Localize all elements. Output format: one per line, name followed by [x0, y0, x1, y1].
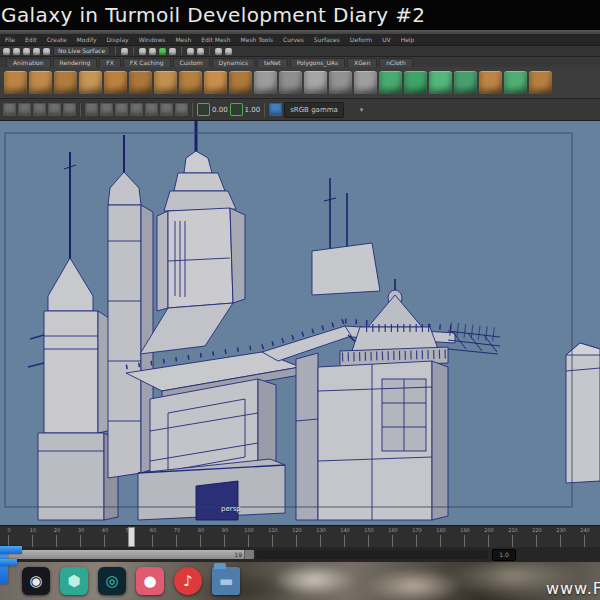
- music-app-icon[interactable]: ♪: [174, 567, 202, 595]
- insert-edge-loop-icon[interactable]: [304, 71, 327, 94]
- render-icon[interactable]: [139, 48, 146, 55]
- menu-help[interactable]: Help: [396, 36, 420, 43]
- range-slider-bar[interactable]: 19: [2, 550, 254, 559]
- render-settings-icon[interactable]: [159, 48, 166, 55]
- snap-plane-icon[interactable]: [43, 48, 50, 55]
- viewport-3d[interactable]: persp: [0, 121, 600, 525]
- menu-mesh[interactable]: Mesh: [170, 36, 196, 43]
- grease-pencil-icon[interactable]: [100, 103, 113, 116]
- make-live-icon[interactable]: [404, 71, 427, 94]
- safe-action-icon[interactable]: [175, 103, 188, 116]
- shelf-tab-xgen[interactable]: XGen: [347, 58, 377, 67]
- bevel-icon[interactable]: [329, 71, 352, 94]
- symmetry-toggle-icon[interactable]: [454, 71, 477, 94]
- shelf-tab-fx-caching[interactable]: FX Caching: [123, 58, 171, 67]
- timeline-tick: 160: [392, 526, 393, 547]
- shelf-tab-custom[interactable]: Custom: [173, 58, 210, 67]
- extrude-icon[interactable]: [354, 71, 377, 94]
- snap-grid-icon[interactable]: [13, 48, 20, 55]
- soft-select-icon[interactable]: [429, 71, 452, 94]
- range-slider-track[interactable]: [256, 550, 488, 559]
- menu-uv[interactable]: UV: [377, 36, 396, 43]
- resolution-gate-icon[interactable]: [145, 103, 158, 116]
- menu-windows[interactable]: Windows: [134, 36, 171, 43]
- texture-view-icon[interactable]: [169, 48, 176, 55]
- viewport-scene: [0, 121, 600, 525]
- connect-tool-icon[interactable]: [279, 71, 302, 94]
- camera-lens-app-icon[interactable]: ◎: [98, 567, 126, 595]
- ipr-render-icon[interactable]: [149, 48, 156, 55]
- playback-speed-field[interactable]: 1.0: [492, 549, 516, 561]
- pin-app-icon[interactable]: ●: [136, 567, 164, 595]
- menu-edit[interactable]: Edit: [20, 36, 42, 43]
- mirror-icon[interactable]: [529, 71, 552, 94]
- quad-draw-icon[interactable]: [379, 71, 402, 94]
- exposure-icon[interactable]: [197, 103, 210, 116]
- gamma-icon-control[interactable]: 1.00: [230, 103, 261, 116]
- building-far-right[interactable]: [566, 343, 600, 483]
- media-player-icon[interactable]: ◉: [22, 567, 50, 595]
- building-pedestal[interactable]: [126, 346, 300, 520]
- poly-disc-icon[interactable]: [154, 71, 177, 94]
- gate-mask-icon[interactable]: [160, 103, 173, 116]
- shelf-tab-polygons-uas[interactable]: Polygons_UAs: [290, 58, 345, 67]
- output-field-icon[interactable]: [225, 48, 232, 55]
- 3d-box-app-icon[interactable]: ⬢: [60, 567, 88, 595]
- menu-edit-mesh[interactable]: Edit Mesh: [196, 36, 235, 43]
- construction-history-icon[interactable]: [121, 48, 128, 55]
- target-weld-icon[interactable]: [479, 71, 502, 94]
- smooth-icon[interactable]: [504, 71, 527, 94]
- poly-cube-icon[interactable]: [29, 71, 52, 94]
- snap-point-icon[interactable]: [33, 48, 40, 55]
- folder-icon[interactable]: ▬: [212, 567, 240, 595]
- live-surface-selector[interactable]: No Live Surface: [53, 46, 110, 56]
- color-management-icon[interactable]: [269, 103, 282, 116]
- menu-curves[interactable]: Curves: [278, 36, 309, 43]
- poly-cone-icon[interactable]: [79, 71, 102, 94]
- poly-pipe-icon[interactable]: [204, 71, 227, 94]
- dropdown-caret-icon[interactable]: ▾: [360, 106, 364, 114]
- menu-display[interactable]: Display: [102, 36, 134, 43]
- menu-set-icon[interactable]: [3, 48, 10, 55]
- grid-icon[interactable]: [115, 103, 128, 116]
- lock-camera-icon[interactable]: [18, 103, 31, 116]
- snap-curve-icon[interactable]: [23, 48, 30, 55]
- 2d-pan-zoom-icon[interactable]: [85, 103, 98, 116]
- timeline-tick: 80: [200, 526, 201, 547]
- range-end-handle[interactable]: [244, 550, 254, 559]
- exposure-icon-control[interactable]: 0.00: [197, 103, 228, 116]
- time-slider[interactable]: 0102030405060708090100110120130140150160…: [0, 525, 600, 547]
- shelf-tab-rendering[interactable]: Rendering: [53, 58, 98, 67]
- shelf-tab-dynamics[interactable]: Dynamics: [212, 58, 256, 67]
- menu-surfaces[interactable]: Surfaces: [309, 36, 345, 43]
- poly-pyramid-icon[interactable]: [179, 71, 202, 94]
- menu-create[interactable]: Create: [42, 36, 72, 43]
- poly-helix-icon[interactable]: [229, 71, 252, 94]
- film-gate-icon[interactable]: [130, 103, 143, 116]
- timeline-tick: 70: [176, 526, 177, 547]
- bookmark-icon[interactable]: [48, 103, 61, 116]
- poly-cylinder-icon[interactable]: [54, 71, 77, 94]
- menu-mesh-tools[interactable]: Mesh Tools: [236, 36, 278, 43]
- image-plane-icon[interactable]: [63, 103, 76, 116]
- select-camera-icon[interactable]: [3, 103, 16, 116]
- sort-icon[interactable]: [187, 48, 194, 55]
- menu-file[interactable]: File: [0, 36, 20, 43]
- camera-attributes-icon[interactable]: [33, 103, 46, 116]
- poly-sphere-icon[interactable]: [4, 71, 27, 94]
- menu-deform[interactable]: Deform: [345, 36, 377, 43]
- status-line: No Live Surface: [0, 46, 600, 57]
- shelf-tab-tenet[interactable]: teNet: [257, 58, 288, 67]
- view-transform-dropdown[interactable]: sRGB gamma: [284, 102, 344, 118]
- gamma-icon[interactable]: [230, 103, 243, 116]
- menu-modify[interactable]: Modify: [72, 36, 102, 43]
- poly-plane-icon[interactable]: [104, 71, 127, 94]
- poly-torus-icon[interactable]: [129, 71, 152, 94]
- input-field-icon[interactable]: [215, 48, 222, 55]
- current-frame-marker[interactable]: [128, 527, 135, 547]
- symmetry-icon[interactable]: [197, 48, 204, 55]
- shelf-tab-animation[interactable]: Animation: [6, 58, 51, 67]
- shelf-tab-fx[interactable]: FX: [99, 58, 121, 67]
- multi-cut-icon[interactable]: [254, 71, 277, 94]
- shelf-tab-ncloth[interactable]: nCloth: [379, 58, 413, 67]
